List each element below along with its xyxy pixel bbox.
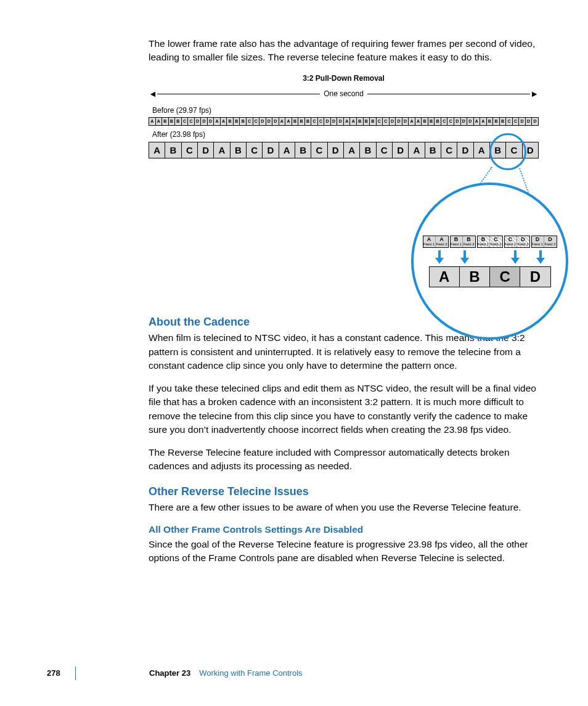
frame-cell: C	[377, 118, 383, 125]
frame-cell: A	[474, 142, 490, 158]
zoom-detail-circle: AField 1AField 2BField 1BField 2BField 1…	[411, 183, 568, 340]
one-second-span: ◄ One second ►	[149, 88, 539, 100]
paragraph: Since the goal of the Reverse Telecine f…	[149, 538, 539, 565]
svg-marker-7	[536, 258, 545, 264]
frame-cell: A	[221, 118, 227, 125]
frame-cell: C	[447, 118, 454, 125]
frame-cell: D	[454, 118, 461, 125]
frame-cell: A	[409, 118, 415, 125]
arrow-down-icon	[510, 250, 521, 264]
frame-cell: C	[182, 118, 189, 125]
frame-cell: D	[532, 118, 538, 125]
field-cell: BField 1	[478, 236, 490, 247]
arrow-down-icon	[535, 250, 546, 264]
frame-cell: B	[428, 118, 435, 125]
field-pair: AField 1AField 2	[423, 236, 449, 248]
before-label: Before (29.97 fps)	[152, 105, 539, 116]
frame-cell: D	[266, 118, 273, 125]
arrows-row	[434, 249, 546, 266]
arrow-right-icon: ►	[530, 88, 539, 100]
frame-cell: B	[292, 118, 299, 125]
frame-cell: C	[441, 118, 448, 125]
frame-cell: C	[318, 118, 325, 125]
frame-cell: B	[298, 118, 305, 125]
field-cell: BField 1	[451, 236, 463, 247]
frame-cell: D	[396, 118, 402, 125]
result-cell: D	[520, 267, 550, 287]
span-label: One second	[320, 89, 367, 99]
frame-cell: C	[441, 142, 457, 158]
zoom-source-circle	[489, 133, 526, 170]
svg-marker-1	[435, 258, 444, 264]
arrow-down-icon	[459, 250, 470, 264]
footer-divider	[75, 667, 76, 680]
frame-cell: D	[461, 118, 468, 125]
field-pair: DField 1DField 2	[531, 236, 557, 248]
frame-cell: D	[331, 118, 338, 125]
frame-cell: D	[337, 118, 344, 125]
frame-cell: B	[305, 118, 312, 125]
frame-cell: B	[435, 118, 441, 125]
frame-cell: B	[425, 142, 441, 158]
result-cell: B	[460, 267, 490, 287]
frame-cell: C	[247, 118, 253, 125]
field-pair: CField 1DField 2	[504, 236, 530, 248]
frame-cell: A	[149, 142, 165, 158]
field-cell: DField 2	[517, 236, 529, 247]
frame-cell: C	[311, 142, 327, 158]
frame-cell: C	[247, 142, 263, 158]
frame-cell: B	[357, 118, 364, 125]
chapter-label: Chapter 23	[149, 668, 190, 679]
field-cell: AField 2	[436, 236, 448, 247]
frame-cell: D	[519, 118, 526, 125]
frame-cell: B	[162, 118, 169, 125]
arrow-left-icon: ◄	[149, 88, 157, 100]
result-cell: A	[430, 267, 460, 287]
field-pair: BField 1CField 2	[477, 236, 503, 248]
frame-cell: D	[201, 118, 208, 125]
frame-cell: B	[370, 118, 377, 125]
frame-cell: D	[259, 118, 266, 125]
frame-cell: A	[409, 142, 425, 158]
frame-cell: A	[149, 118, 156, 125]
page-footer: 278 Chapter 23 Working with Frame Contro…	[47, 667, 539, 680]
frame-cell: A	[480, 118, 487, 125]
frame-cell: C	[188, 118, 195, 125]
field-cell: CField 1	[505, 236, 517, 247]
svg-marker-5	[511, 258, 520, 264]
frame-cell: A	[474, 118, 481, 125]
fields-row: AField 1AField 2BField 1BField 2BField 1…	[423, 236, 557, 248]
paragraph: The Reverse Telecine feature included wi…	[149, 446, 539, 474]
frame-cell: D	[324, 118, 331, 125]
result-cell: C	[490, 267, 520, 287]
frame-cell: C	[513, 118, 520, 125]
frame-cell: D	[402, 118, 409, 125]
diagram-title: 3:2 Pull-Down Removal	[149, 73, 539, 84]
frame-cell: B	[227, 118, 234, 125]
frame-cell: B	[422, 118, 428, 125]
frame-cell: D	[526, 118, 533, 125]
frame-cell: B	[500, 118, 507, 125]
frame-cell: A	[344, 118, 351, 125]
frame-cell: C	[383, 118, 390, 125]
frame-cell: A	[279, 118, 286, 125]
frame-cell: C	[253, 118, 260, 125]
frame-cell: D	[208, 118, 214, 125]
subheading-disabled: All Other Frame Controls Settings Are Di…	[149, 523, 539, 536]
heading-other: Other Reverse Telecine Issues	[149, 483, 539, 499]
chapter-name: Working with Frame Controls	[199, 668, 302, 679]
paragraph: There are a few other issues to be aware…	[149, 501, 539, 514]
frame-cell: B	[234, 118, 240, 125]
intro-paragraph: The lower frame rate also has the advant…	[149, 37, 539, 65]
frame-cell: D	[272, 118, 279, 125]
frame-cell: B	[360, 142, 376, 158]
frame-cell: A	[344, 142, 360, 158]
frame-cell: B	[487, 118, 494, 125]
pulldown-diagram: 3:2 Pull-Down Removal ◄ One second ► Bef…	[149, 73, 539, 297]
frame-cell: A	[415, 118, 422, 125]
frame-cell: C	[506, 118, 513, 125]
svg-marker-3	[460, 258, 469, 264]
frame-cell: B	[231, 142, 247, 158]
frame-cell: D	[263, 142, 279, 158]
frame-cell: C	[311, 118, 318, 125]
